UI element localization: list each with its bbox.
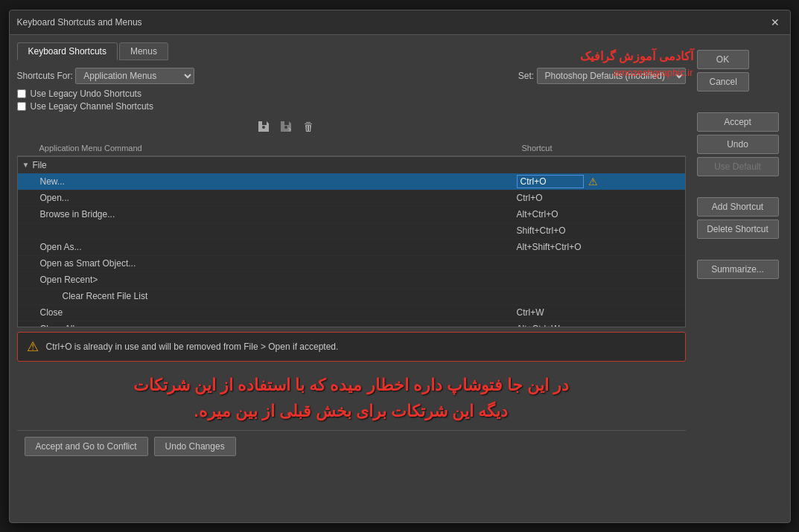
table-row[interactable]: Close All Alt+Ctrl+W (18, 321, 685, 327)
shortcuts-table[interactable]: ▼ File New... ⚠ Open... (17, 156, 686, 327)
row-shortcut-value: Alt+Shift+Ctrl+O (517, 242, 681, 252)
summarize-button[interactable]: Summarize... (697, 260, 779, 279)
row-command-name: Close (40, 307, 517, 318)
save-as-icon-btn[interactable] (278, 118, 294, 138)
row-command-name: Open Recent> (40, 275, 517, 285)
row-command-name: Open... (40, 193, 517, 203)
tab-keyboard-shortcuts[interactable]: Keyboard Shortcuts (17, 42, 118, 60)
table-row[interactable]: Open As... Alt+Shift+Ctrl+O (18, 240, 685, 256)
persian-line2: دیگه این شرتکات برای بخش قبلی از بین میر… (20, 398, 683, 424)
bottom-bar: Accept and Go to Conflict Undo Changes (17, 430, 686, 462)
title-bar: Keyboard Shortcuts and Menus ✕ (10, 10, 790, 35)
row-shortcut-value: Alt+Ctrl+W (517, 324, 681, 327)
table-row[interactable]: Close Ctrl+W (18, 305, 685, 321)
legacy-channel-checkbox[interactable] (17, 102, 26, 111)
accept-button[interactable]: Accept (697, 112, 779, 132)
persian-line1: در این جا فتوشاپ داره اخطار میده که با ا… (20, 372, 683, 398)
row-shortcut-value: Ctrl+W (517, 307, 681, 318)
table-row[interactable]: Shift+Ctrl+O (18, 223, 685, 240)
overlay-persian-text: در این جا فتوشاپ داره اخطار میده که با ا… (17, 366, 686, 430)
ok-button[interactable]: OK (697, 50, 749, 69)
use-default-button[interactable]: Use Default (697, 157, 779, 176)
legacy-undo-label: Use Legacy Undo Shortcuts (31, 89, 141, 99)
file-section-header[interactable]: ▼ File (18, 157, 685, 173)
undo-changes-button[interactable]: Undo Changes (154, 437, 236, 456)
row-command-name: Clear Recent File List (63, 291, 517, 301)
table-row[interactable]: Clear Recent File List (18, 289, 685, 305)
ok-cancel-group: OK Cancel (697, 50, 783, 92)
row-shortcut-value: Ctrl+O (517, 193, 681, 203)
table-row[interactable]: Open as Smart Object... (18, 256, 685, 272)
row-command-name: Close All (40, 324, 517, 327)
conflict-message: Ctrl+O is already in use and will be rem… (46, 342, 339, 352)
row-shortcut-value: Shift+Ctrl+O (517, 225, 681, 236)
keyboard-shortcuts-dialog: Keyboard Shortcuts and Menus ✕ Keyboard … (9, 10, 791, 523)
tab-bar: Keyboard Shortcuts Menus (17, 42, 686, 60)
error-warning-icon: ⚠ (27, 339, 39, 355)
row-command-name: Browse in Bridge... (40, 209, 517, 219)
legacy-channel-label: Use Legacy Channel Shortcuts (31, 101, 153, 112)
delete-shortcut-button[interactable]: Delete Shortcut (697, 219, 779, 239)
table-row[interactable]: New... ⚠ (18, 173, 685, 190)
command-column-header: Application Menu Command (17, 144, 522, 153)
legacy-undo-checkbox[interactable] (17, 89, 26, 98)
icons-row (255, 118, 686, 138)
cancel-button[interactable]: Cancel (697, 72, 749, 92)
column-headers: Application Menu Command Shortcut (17, 144, 686, 156)
table-row[interactable]: Browse in Bridge... Alt+Ctrl+O (18, 207, 685, 223)
shortcuts-for-label: Shortcuts For: (17, 71, 73, 81)
set-label: Set: (518, 71, 534, 81)
main-panel: Keyboard Shortcuts Menus Shortcuts For: … (10, 35, 693, 522)
content-area: Keyboard Shortcuts Menus Shortcuts For: … (10, 35, 790, 522)
row-command-name: Open As... (40, 242, 517, 252)
accept-conflict-button[interactable]: Accept and Go to Conflict (25, 437, 148, 456)
chevron-icon: ▼ (22, 161, 30, 169)
table-row[interactable]: Open... Ctrl+O (18, 190, 685, 207)
legacy-undo-row: Use Legacy Undo Shortcuts (17, 89, 686, 99)
shortcut-input-field[interactable] (517, 175, 584, 188)
close-button[interactable]: ✕ (768, 15, 783, 30)
file-section-name: File (32, 160, 46, 170)
row-command-name: New... (40, 176, 517, 187)
side-panel: آکادمی آموزش گرافیک amozeshgraphic.ir OK… (693, 35, 790, 522)
top-controls: Shortcuts For: Application Menus Set: Ph… (17, 68, 686, 84)
conflict-warning-icon: ⚠ (588, 176, 598, 188)
row-shortcut-value: ⚠ (517, 175, 681, 188)
delete-icon-btn[interactable] (300, 118, 316, 138)
shortcuts-for-dropdown[interactable]: Application Menus (75, 68, 194, 84)
legacy-channel-row: Use Legacy Channel Shortcuts (17, 101, 686, 112)
save-icon-btn[interactable] (255, 118, 272, 138)
table-row[interactable]: Open Recent> (18, 272, 685, 289)
undo-button[interactable]: Undo (697, 135, 779, 154)
dialog-title: Keyboard Shortcuts and Menus (17, 17, 142, 28)
conflict-error-box: ⚠ Ctrl+O is already in use and will be r… (17, 332, 686, 362)
add-shortcut-button[interactable]: Add Shortcut (697, 197, 779, 217)
tab-menus[interactable]: Menus (119, 42, 168, 60)
shortcut-column-header: Shortcut (522, 144, 686, 153)
row-shortcut-value: Alt+Ctrl+O (517, 209, 681, 219)
row-command-name: Open as Smart Object... (40, 258, 517, 269)
set-dropdown[interactable]: Photoshop Defaults (modified) (537, 68, 686, 84)
